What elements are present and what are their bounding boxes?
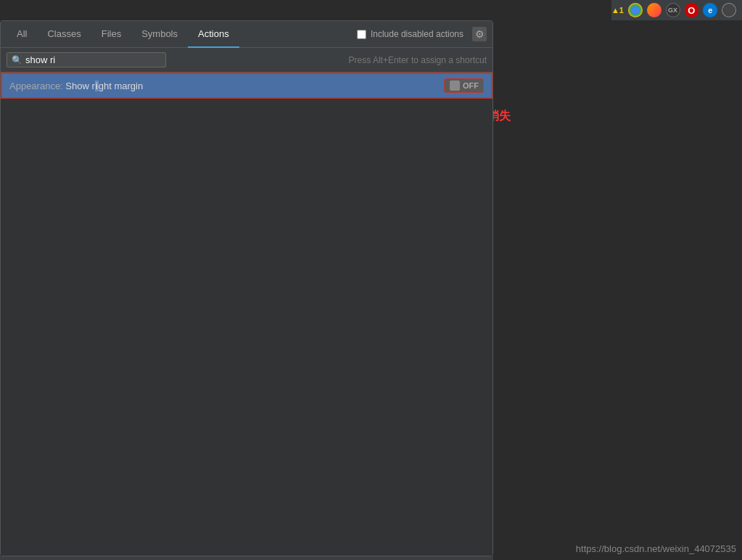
search-box: 🔍 — [7, 52, 166, 67]
include-disabled-label: Include disabled actions — [371, 29, 463, 39]
results-area — [1, 99, 492, 556]
firefox-icon[interactable] — [647, 3, 661, 17]
tab-all[interactable]: All — [7, 21, 37, 48]
tab-classes[interactable]: Classes — [37, 21, 91, 48]
browser-bar: ▲1 GX O e — [611, 0, 742, 20]
toggle-label: OFF — [463, 81, 479, 90]
bottom-url: https://blog.csdn.net/weixin_44072535 — [576, 543, 736, 554]
edge-icon[interactable]: e — [703, 3, 717, 17]
brave-icon[interactable] — [722, 3, 736, 17]
search-hint: Press Alt+Enter to assign a shortcut — [166, 55, 487, 65]
toggle-button[interactable]: OFF — [444, 78, 484, 93]
opera-gx-icon[interactable]: GX — [666, 3, 680, 17]
include-disabled-checkbox[interactable] — [357, 30, 366, 39]
result-category: Appearance: — [9, 81, 65, 91]
tab-bar: All Classes Files Symbols Actions Includ… — [1, 21, 492, 48]
alert-badge: ▲1 — [611, 6, 624, 15]
search-row: 🔍 Press Alt+Enter to assign a shortcut — [1, 48, 492, 73]
search-input[interactable] — [25, 54, 156, 65]
chrome-icon[interactable] — [628, 3, 643, 17]
result-row[interactable]: Appearance: Show right margin OFF — [1, 73, 492, 99]
right-panel — [493, 20, 742, 560]
search-icon: 🔍 — [12, 55, 22, 65]
gear-button[interactable]: ⚙ — [472, 27, 487, 41]
tab-files[interactable]: Files — [91, 21, 131, 48]
result-label: Appearance: Show right margin — [9, 81, 444, 91]
result-highlight: i — [95, 81, 99, 91]
opera-icon[interactable]: O — [685, 3, 699, 17]
tab-symbols[interactable]: Symbols — [131, 21, 188, 48]
toggle-knob — [450, 81, 460, 91]
find-action-dialog: All Classes Files Symbols Actions Includ… — [0, 20, 493, 556]
tab-actions[interactable]: Actions — [188, 21, 239, 48]
include-disabled-container: Include disabled actions — [351, 29, 469, 39]
